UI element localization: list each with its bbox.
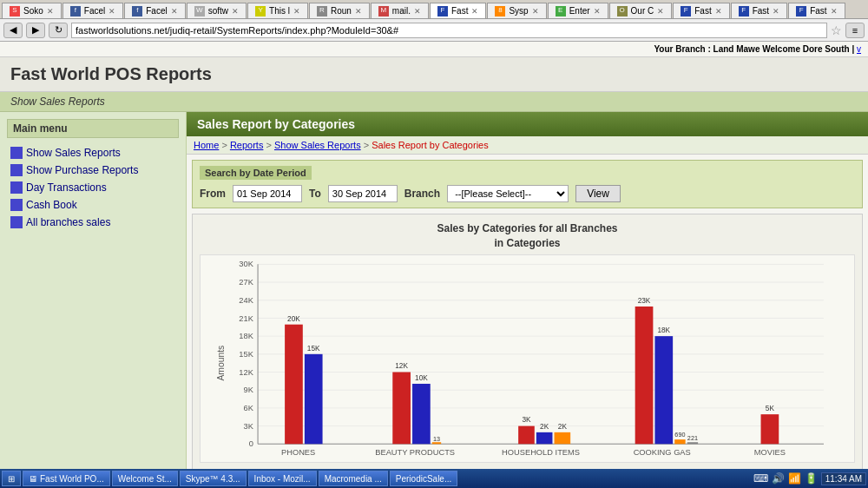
page-header: Fast World POS Reports — [0, 57, 868, 92]
svg-text:27K: 27K — [239, 278, 253, 287]
bar-beauty-purchases — [412, 384, 431, 444]
bar-movies-sales — [761, 414, 779, 444]
taskbar: ⊞ 🖥 Fast World PO... Welcome St... Skype… — [0, 469, 868, 488]
svg-text:2K: 2K — [558, 422, 568, 430]
taskbar-item-skype[interactable]: Skype™ 4.3... — [180, 471, 247, 486]
taskbar-icon-fastworld: 🖥 — [29, 474, 37, 484]
tab-facel1[interactable]: f Facel ✕ — [62, 3, 123, 18]
svg-text:5K: 5K — [766, 405, 775, 412]
search-row: From To Branch --[Please Select]-- View — [200, 185, 855, 202]
taskbar-item-fastworld[interactable]: 🖥 Fast World PO... — [23, 471, 110, 486]
chart-svg: 0 3K 6K 9K 12K 15K 18K 21K 24K 27K 30K A… — [201, 255, 854, 462]
tab-fast-active[interactable]: F Fast ✕ — [430, 3, 486, 18]
content-area: Main menu Show Sales Reports Show Purcha… — [0, 112, 868, 469]
svg-text:0: 0 — [249, 439, 253, 448]
address-bar[interactable]: fastworldsolutions.net/judiq-retail/Syst… — [71, 23, 827, 38]
bar-household-taxes — [555, 432, 571, 443]
svg-text:3K: 3K — [522, 416, 531, 424]
taskbar-item-inbox[interactable]: Inbox - Mozil... — [248, 471, 317, 486]
svg-text:221: 221 — [687, 434, 698, 442]
page-title: Fast World POS Reports — [10, 64, 858, 84]
battery-icon: 🔋 — [805, 472, 818, 485]
svg-text:21K: 21K — [239, 313, 253, 322]
sidebar-title: Main menu — [7, 119, 179, 138]
tab-fast4[interactable]: F Fast ✕ — [788, 3, 845, 18]
svg-text:30K: 30K — [239, 260, 253, 268]
bar-cooking-purchases — [654, 336, 673, 444]
breadcrumb: Home > Reports > Show Sales Reports > Sa… — [187, 136, 868, 155]
tab-round[interactable]: R Roun ✕ — [309, 3, 370, 18]
tab-sysp[interactable]: 8 Sysp ✕ — [487, 3, 546, 18]
bookmark-icon[interactable]: ☆ — [831, 23, 842, 37]
tab-facel2[interactable]: f Facel ✕ — [124, 3, 185, 18]
from-label: From — [200, 188, 226, 200]
sidebar-item-day-transactions[interactable]: Day Transactions — [7, 180, 179, 195]
svg-text:13: 13 — [433, 435, 440, 443]
info-bar: Your Branch : Land Mawe Welcome Dore Sou… — [0, 42, 868, 57]
tab-enter[interactable]: E Enter ✕ — [548, 3, 608, 18]
breadcrumb-show-sales[interactable]: Show Sales Reports — [274, 140, 361, 150]
bar-cooking-taxes — [674, 439, 685, 444]
sidebar-item-cash-book[interactable]: Cash Book — [7, 197, 179, 213]
svg-text:10K: 10K — [415, 373, 428, 381]
sidebar: Main menu Show Sales Reports Show Purcha… — [0, 112, 187, 469]
sidebar-icon-2 — [10, 181, 23, 194]
branch-info: Your Branch : Land Mawe Welcome Dore Sou… — [654, 44, 861, 54]
bar-cooking-sales — [635, 307, 654, 444]
to-label: To — [309, 188, 321, 200]
branch-select[interactable]: --[Please Select]-- — [447, 185, 569, 202]
bar-household-sales — [518, 425, 535, 444]
bar-cooking-profits — [687, 442, 698, 444]
tab-fast3[interactable]: F Fast ✕ — [731, 3, 787, 18]
svg-text:690: 690 — [674, 431, 685, 439]
tab-mail[interactable]: M mail. ✕ — [371, 3, 429, 18]
svg-text:PHONES: PHONES — [281, 447, 315, 456]
search-section: Search by Date Period From To Branch --[… — [192, 160, 863, 208]
tab-this[interactable]: Y This l ✕ — [247, 3, 308, 18]
breadcrumb-reports[interactable]: Reports — [230, 140, 264, 150]
main-panel: Sales Report by Categories Home > Report… — [187, 112, 868, 469]
svg-text:3K: 3K — [244, 421, 254, 430]
welcome-link[interactable]: v — [857, 44, 861, 54]
taskbar-item-welcome[interactable]: Welcome St... — [112, 471, 178, 486]
chart-area: Sales by Categories for all Branches in … — [192, 214, 863, 469]
start-button[interactable]: ⊞ — [2, 471, 21, 486]
report-header: Sales Report by Categories — [187, 112, 868, 136]
chart-title: Sales by Categories for all Branches in … — [200, 221, 855, 251]
taskbar-item-periodic[interactable]: PeriodicSale... — [390, 471, 457, 486]
sidebar-item-all-branches[interactable]: All branches sales — [7, 214, 179, 230]
svg-text:18K: 18K — [239, 332, 253, 340]
svg-text:23K: 23K — [638, 296, 651, 304]
forward-button[interactable]: ▶ — [26, 23, 45, 38]
sidebar-item-show-sales[interactable]: Show Sales Reports — [7, 145, 179, 161]
tab-fast2[interactable]: F Fast ✕ — [673, 3, 729, 18]
svg-text:COOKING GAS: COOKING GAS — [634, 447, 691, 456]
browser-tabs: S Soko ✕ f Facel ✕ f Facel ✕ W softw ✕ Y… — [0, 0, 868, 19]
svg-text:HOUSEHOLD ITEMS: HOUSEHOLD ITEMS — [502, 447, 580, 456]
svg-text:18K: 18K — [657, 326, 670, 334]
menu-button[interactable]: ≡ — [845, 23, 865, 38]
bar-phones-purchases — [305, 353, 323, 443]
svg-text:20K: 20K — [287, 314, 300, 322]
back-button[interactable]: ◀ — [3, 23, 23, 38]
svg-text:24K: 24K — [239, 295, 253, 304]
breadcrumb-home[interactable]: Home — [194, 140, 219, 150]
tab-soko[interactable]: S Soko ✕ — [2, 3, 62, 18]
from-date-input[interactable] — [233, 185, 302, 202]
chart-container: 0 3K 6K 9K 12K 15K 18K 21K 24K 27K 30K A… — [200, 254, 855, 463]
taskbar-item-macromedia[interactable]: Macromedia ... — [319, 471, 388, 486]
browser-nav: ◀ ▶ ↻ fastworldsolutions.net/judiq-retai… — [0, 19, 868, 42]
svg-text:9K: 9K — [244, 386, 254, 394]
sidebar-icon-3 — [10, 199, 23, 211]
svg-text:12K: 12K — [395, 362, 408, 370]
view-button[interactable]: View — [575, 185, 621, 202]
show-sales-bar: Show Sales Reports — [0, 92, 868, 112]
tab-softw[interactable]: W softw ✕ — [187, 3, 247, 18]
tab-ourc[interactable]: O Our C ✕ — [609, 3, 673, 18]
reload-button[interactable]: ↻ — [49, 23, 68, 38]
svg-text:BEAUTY PRODUCTS: BEAUTY PRODUCTS — [375, 447, 455, 456]
keyboard-icon: ⌨ — [753, 472, 768, 485]
to-date-input[interactable] — [328, 185, 398, 202]
bar-household-purchases — [536, 432, 553, 443]
sidebar-item-show-purchase[interactable]: Show Purchase Reports — [7, 162, 179, 178]
